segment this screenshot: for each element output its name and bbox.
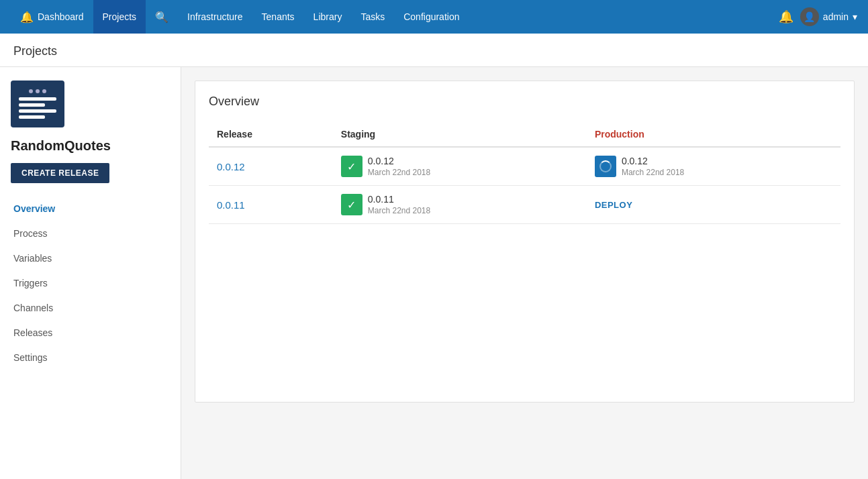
staging-success-icon: ✓ — [341, 156, 363, 177]
nav-dashboard[interactable]: 🔔 Dashboard — [11, 0, 93, 34]
staging-success-icon: ✓ — [341, 194, 363, 215]
search-icon: 🔍 — [155, 11, 168, 23]
project-name: RandomQuotes — [11, 138, 111, 154]
staging-info: 0.0.11 March 22nd 2018 — [368, 194, 430, 215]
staging-detail: ✓ 0.0.11 March 22nd 2018 — [341, 194, 579, 215]
production-date: March 22nd 2018 — [622, 168, 684, 177]
production-version: 0.0.12 — [622, 156, 684, 166]
production-info: 0.0.12 March 22nd 2018 — [622, 156, 684, 177]
sidebar-item-settings[interactable]: Settings — [11, 345, 170, 370]
avatar: 👤 — [800, 7, 819, 26]
sidebar-item-triggers[interactable]: Triggers — [11, 271, 170, 296]
notification-bell-icon[interactable]: 🔔 — [779, 9, 793, 24]
table-row: 0.0.12 ✓ 0.0.12 March 22nd 2018 — [209, 147, 840, 186]
release-cell: 0.0.11 — [209, 186, 333, 224]
col-staging: Staging — [333, 122, 587, 147]
production-cell: DEPLOY — [587, 186, 840, 224]
staging-detail: ✓ 0.0.12 March 22nd 2018 — [341, 156, 579, 177]
sidebar-item-variables[interactable]: Variables — [11, 246, 170, 271]
sidebar-item-overview[interactable]: Overview — [11, 197, 170, 221]
spinner-icon — [599, 160, 612, 172]
deploy-button[interactable]: DEPLOY — [595, 200, 632, 210]
table-header-row: Release Staging Production — [209, 122, 840, 147]
col-release: Release — [209, 122, 333, 147]
staging-date: March 22nd 2018 — [368, 168, 430, 177]
release-link[interactable]: 0.0.11 — [217, 199, 245, 211]
nav-search[interactable]: 🔍 — [146, 0, 178, 34]
release-cell: 0.0.12 — [209, 147, 333, 186]
sidebar-nav: Overview Process Variables Triggers Chan… — [11, 197, 170, 370]
nav-library[interactable]: Library — [304, 0, 352, 34]
staging-cell: ✓ 0.0.12 March 22nd 2018 — [333, 147, 587, 186]
page-title: Projects — [13, 44, 855, 58]
icon-dots — [29, 89, 46, 93]
sidebar: RandomQuotes CREATE RELEASE Overview Pro… — [0, 67, 181, 479]
overview-title: Overview — [209, 95, 840, 109]
icon-line — [19, 115, 45, 119]
deploying-icon — [595, 156, 616, 177]
icon-dot — [29, 89, 33, 93]
nav-tasks[interactable]: Tasks — [351, 0, 394, 34]
staging-version: 0.0.11 — [368, 194, 430, 205]
create-release-button[interactable]: CREATE RELEASE — [11, 163, 109, 183]
bell-icon: 🔔 — [20, 11, 34, 23]
staging-cell: ✓ 0.0.11 March 22nd 2018 — [333, 186, 587, 224]
top-navigation: 🔔 Dashboard Projects 🔍 Infrastructure Te… — [0, 0, 868, 34]
project-icon — [11, 81, 64, 127]
sidebar-item-process[interactable]: Process — [11, 221, 170, 246]
icon-lines — [19, 97, 56, 119]
production-detail: 0.0.12 March 22nd 2018 — [595, 156, 832, 177]
chevron-down-icon: ▾ — [853, 11, 857, 22]
releases-table: Release Staging Production 0.0.12 ✓ — [209, 122, 840, 224]
staging-info: 0.0.12 March 22nd 2018 — [368, 156, 430, 177]
icon-dot — [42, 89, 46, 93]
main-layout: RandomQuotes CREATE RELEASE Overview Pro… — [0, 67, 868, 479]
nav-infrastructure[interactable]: Infrastructure — [178, 0, 252, 34]
col-production: Production — [587, 122, 840, 147]
user-menu[interactable]: 👤 admin ▾ — [800, 7, 857, 26]
icon-dot — [36, 89, 40, 93]
avatar-icon: 👤 — [804, 11, 815, 22]
icon-line — [19, 109, 56, 113]
main-content: Overview Release Staging Production 0.0.… — [181, 67, 868, 479]
nav-projects[interactable]: Projects — [93, 0, 146, 34]
staging-version: 0.0.12 — [368, 156, 430, 166]
sidebar-item-channels[interactable]: Channels — [11, 296, 170, 321]
icon-line — [19, 97, 56, 101]
icon-line — [19, 103, 45, 107]
release-link[interactable]: 0.0.12 — [217, 161, 245, 172]
nav-configuration[interactable]: Configuration — [394, 0, 469, 34]
overview-card: Overview Release Staging Production 0.0.… — [195, 81, 855, 403]
sidebar-item-releases[interactable]: Releases — [11, 321, 170, 345]
topnav-right: 🔔 👤 admin ▾ — [779, 7, 857, 26]
production-cell: 0.0.12 March 22nd 2018 — [587, 147, 840, 186]
staging-date: March 22nd 2018 — [368, 206, 430, 215]
table-row: 0.0.11 ✓ 0.0.11 March 22nd 2018 — [209, 186, 840, 224]
nav-tenants[interactable]: Tenants — [252, 0, 304, 34]
page-title-bar: Projects — [0, 34, 868, 67]
